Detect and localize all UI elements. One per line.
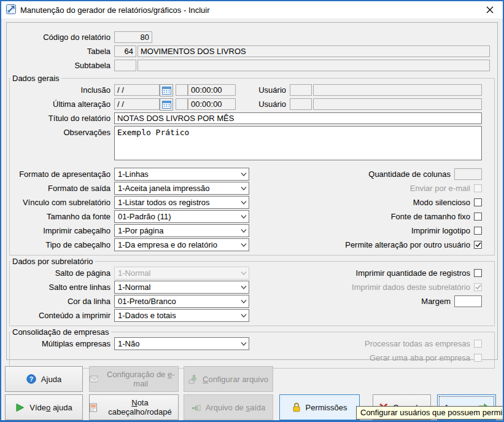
calendar-button[interactable]: [160, 98, 173, 111]
close-icon[interactable]: [482, 3, 498, 17]
processar-empresas-label: Processar todas as empresas: [365, 339, 470, 348]
video-ajuda-button-label: Vídeo ajuda: [29, 403, 72, 412]
calendar-button[interactable]: [160, 84, 173, 96]
alteracao-time-field: 00:00:00: [188, 98, 236, 110]
tabela-name-field: MOVIMENTOS DOS LIVROS: [138, 45, 490, 57]
group-subrelatorio: Dados por subrelatório Salto de página 1…: [9, 257, 495, 326]
observacoes-label: Observações: [10, 126, 114, 137]
alteracao-row: Última alteração / / 00:00:00 Usuário: [10, 97, 489, 111]
group-consolidacao-title: Consolidação de empresas: [10, 327, 111, 337]
nota-cabecalho-rodape-button[interactable]: Nota cabeçalho/rodapé: [89, 394, 179, 420]
alteracao-date-field: / /: [114, 98, 160, 110]
ajuda-button[interactable]: ? Ajuda: [5, 366, 83, 392]
configuracao-email-button: Configuração de e-mail: [89, 366, 179, 392]
title-bar: Manutenção do gerador de relatórios/gráf…: [1, 1, 503, 18]
quantidade-colunas-field: [454, 168, 482, 180]
tipo-cabecalho-select[interactable]: 1-Da empresa e do relatório: [114, 238, 249, 251]
configurar-arquivo-button: Configurar arquivo: [184, 366, 273, 392]
cor-linha-select[interactable]: 01-Preto/Branco: [114, 295, 249, 308]
conteudo-imprimir-select[interactable]: 1-Dados e totais: [114, 309, 249, 322]
codigo-row: Código do relatório 80: [7, 30, 497, 44]
vinculo-subrelatorio-select[interactable]: 1-Listar todos os registros: [114, 196, 249, 209]
chevron-down-icon: [241, 286, 247, 289]
gerar-aba-row: Gerar uma aba por empresa: [10, 351, 489, 365]
group-consolidacao: Consolidação de empresas Múltiplas empre…: [9, 327, 495, 369]
imprimir-cabecalho-label: Imprimir cabeçalho: [10, 226, 114, 235]
multiplas-empresas-row: Múltiplas empresas 1-Não Processar todas…: [10, 337, 489, 351]
permite-alteracao-label: Permite alteração por outro usuário: [345, 240, 470, 249]
formato-apresentacao-row: Formato de apresentação 1-Linhas Quantid…: [10, 167, 489, 181]
output-arrow-icon: [192, 403, 201, 412]
chevron-down-icon: [241, 243, 247, 247]
cor-linha-label: Cor da linha: [10, 297, 114, 306]
margem-input[interactable]: [454, 295, 482, 307]
enviar-email-checkbox: [474, 184, 482, 192]
arquivo-saida-button: Arquivo de saída: [184, 394, 273, 420]
alteracao-time-prefix-field: [176, 98, 188, 110]
imprimir-qtd-registros-checkbox[interactable]: [474, 269, 482, 277]
margem-label: Margem: [421, 297, 451, 306]
imprimir-logotipo-label: Imprimir logotipo: [411, 226, 470, 235]
chevron-down-icon: [241, 300, 247, 303]
observacoes-textarea[interactable]: Exemplo Prático: [114, 126, 482, 160]
chevron-down-icon: [241, 201, 247, 205]
multiplas-empresas-select[interactable]: 1-Não: [114, 337, 249, 350]
tipo-cabecalho-row: Tipo de cabeçalho 1-Da empresa e do rela…: [10, 238, 489, 252]
observacoes-row: Observações Exemplo Prático: [10, 125, 489, 162]
formato-saida-row: Formato de saída 1-Aceita janela impress…: [10, 181, 489, 195]
form-panel: Código do relatório 80 Tabela 64 MOVIMEN…: [6, 22, 498, 360]
inclusao-date-field: / /: [114, 84, 160, 96]
formato-saida-label: Formato de saída: [10, 184, 114, 193]
gerar-aba-checkbox: [474, 354, 482, 362]
tamanho-fonte-row: Tamanho da fonte 01-Padrão (11) Fonte de…: [10, 209, 489, 224]
vinculo-subrelatorio-row: Vínculo com subrelatório 1-Listar todos …: [10, 195, 489, 209]
configuracao-email-button-label: Configuração de e-mail: [103, 370, 178, 388]
permissoes-button[interactable]: Permissões: [279, 394, 360, 420]
imprimir-cabecalho-select[interactable]: 1-Por página: [114, 224, 249, 237]
lock-icon: [292, 402, 301, 412]
download-arrow-icon: [188, 375, 198, 384]
modo-silencioso-checkbox[interactable]: [474, 198, 482, 206]
chevron-down-icon: [241, 314, 247, 318]
codigo-label: Código do relatório: [7, 33, 114, 42]
nota-cabecalho-rodape-button-label: Nota cabeçalho/rodapé: [102, 398, 178, 416]
chevron-down-icon: [241, 229, 247, 233]
tamanho-fonte-select[interactable]: 01-Padrão (11): [114, 210, 249, 223]
processar-empresas-checkbox: [474, 340, 482, 348]
group-dados-gerais-title: Dados gerais: [10, 74, 61, 83]
fonte-fixa-checkbox[interactable]: [474, 213, 482, 221]
cor-linha-row: Cor da linha 01-Preto/Branco Margem: [10, 294, 489, 308]
svg-text:?: ?: [29, 375, 33, 383]
check-icon: [475, 284, 481, 290]
codigo-field: 80: [114, 31, 152, 43]
formato-saida-select[interactable]: 1-Aceita janela impressão: [114, 182, 249, 195]
tipo-cabecalho-label: Tipo de cabeçalho: [10, 240, 114, 249]
inclusao-row: Inclusão / / 00:00:00 Usuário: [10, 83, 489, 97]
imprimir-dados-sub-checkbox: [474, 283, 482, 291]
imprimir-qtd-registros-label: Imprimir quantidade de registros: [356, 268, 470, 278]
titulo-row: Título do relatório NOTAS DOS LIVROS POR…: [10, 111, 489, 125]
quantidade-colunas-label: Quantidade de colunas: [368, 170, 451, 179]
group-subrelatorio-title: Dados por subrelatório: [10, 257, 95, 266]
tabela-row: Tabela 64 MOVIMENTOS DOS LIVROS: [7, 44, 497, 58]
formato-apresentacao-select[interactable]: 1-Linhas: [114, 168, 249, 181]
permite-alteracao-checkbox[interactable]: [474, 241, 482, 249]
imprimir-logotipo-checkbox[interactable]: [474, 227, 482, 235]
titulo-input[interactable]: NOTAS DOS LIVROS POR MÊS: [114, 112, 482, 124]
salto-pagina-row: Salto de página 1-Normal Imprimir quanti…: [10, 266, 489, 280]
video-ajuda-button[interactable]: Vídeo ajuda: [5, 394, 83, 420]
salto-linhas-label: Salto entre linhas: [10, 283, 114, 292]
chevron-down-icon: [241, 272, 247, 275]
titulo-label: Título do relatório: [10, 114, 114, 123]
salto-linhas-select[interactable]: 1-Normal: [114, 281, 249, 294]
enviar-email-label: Enviar por e-mail: [410, 184, 470, 193]
subtabela-row: Subtabela: [7, 58, 497, 72]
tamanho-fonte-label: Tamanho da fonte: [10, 212, 114, 221]
alteracao-usuario-label: Usuário: [253, 100, 290, 109]
subtabela-code-field: [114, 60, 136, 71]
alteracao-usuario-code-field: [290, 98, 312, 110]
chevron-down-icon: [241, 187, 247, 190]
salto-linhas-row: Salto entre linhas 1-Normal Imprimir dad…: [10, 280, 489, 294]
conteudo-imprimir-label: Conteúdo a imprimir: [10, 311, 114, 320]
subtabela-label: Subtabela: [7, 61, 114, 70]
